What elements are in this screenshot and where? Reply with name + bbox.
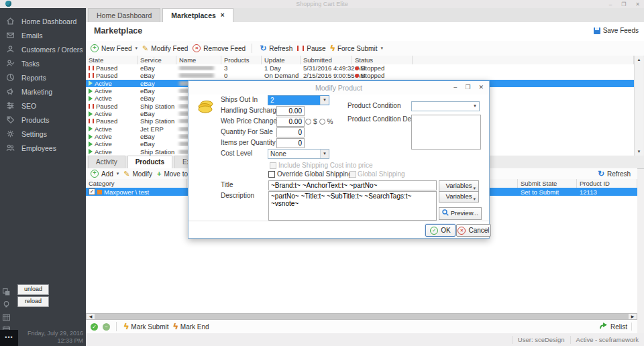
override-global-shipping-checkbox[interactable] <box>268 171 275 178</box>
quantity-for-sale-field[interactable] <box>276 127 305 137</box>
cancel-button[interactable]: × Cancel <box>456 224 491 237</box>
maximize-button[interactable]: ❐ <box>621 1 626 7</box>
title-field[interactable] <box>268 180 437 190</box>
scroll-down-icon[interactable]: ▼ <box>635 148 643 156</box>
tab-home-dashboard[interactable]: Home Dashboard <box>88 8 160 22</box>
feed-row[interactable]: PausedeBay0On Demand2/15/2016 9:00:55 AM… <box>86 72 634 79</box>
sidebar-item-products[interactable]: Products <box>0 113 86 127</box>
web-price-change-field[interactable] <box>276 117 305 127</box>
scroll-up-icon[interactable]: ▲ <box>635 56 643 64</box>
paused-bars-icon <box>89 119 94 123</box>
refresh-icon: ↻ <box>598 170 604 177</box>
column-header-service[interactable]: Service <box>138 56 176 64</box>
refresh-feed-button[interactable]: ↻ Refresh <box>260 45 292 52</box>
remove-feed-button[interactable]: × Remove Feed <box>193 44 246 52</box>
description-variables-button[interactable]: Variables ▾ <box>439 191 479 203</box>
column-header-category[interactable]: Category <box>86 179 186 188</box>
confirm-button[interactable]: ✓ <box>91 323 98 331</box>
ships-out-in-select[interactable]: 2 ▼ <box>268 95 329 105</box>
vertical-scrollbar[interactable]: ▲ ▼ <box>634 56 643 156</box>
column-header-status[interactable]: Status <box>352 56 413 64</box>
column-header-name[interactable]: Name <box>176 56 221 64</box>
column-header-products[interactable]: Products <box>221 56 262 64</box>
category-color-icon <box>97 190 102 194</box>
bulb-icon[interactable] <box>2 300 11 308</box>
product-condition-description-field[interactable] <box>411 115 481 150</box>
check-circle-icon: ✓ <box>91 323 98 331</box>
tab-close-icon[interactable]: × <box>221 9 225 22</box>
sidebar-item-reports[interactable]: Reports <box>0 70 86 84</box>
mark-end-button[interactable]: ϟ Mark End <box>173 323 209 331</box>
minimize-button[interactable]: – <box>609 1 612 7</box>
blurred-name <box>179 66 214 70</box>
abacus-icon[interactable] <box>2 312 11 321</box>
close-button[interactable]: ✕ <box>635 1 640 7</box>
scroll-left-icon[interactable]: ◀ <box>87 314 95 319</box>
chevron-down-icon[interactable]: ▼ <box>471 102 479 111</box>
ok-button[interactable]: ✓ OK <box>425 224 455 237</box>
add-button[interactable]: + Add ▾ <box>91 170 119 178</box>
sidebar-item-tasks[interactable]: Tasks <box>0 56 86 70</box>
column-header-state[interactable]: State <box>86 56 138 64</box>
tab-marketplaces[interactable]: Marketplaces × <box>162 8 233 22</box>
items-per-quantity-field[interactable] <box>276 138 305 148</box>
unload-button[interactable]: unload <box>17 284 49 295</box>
column-header-submit-state[interactable]: Submit State <box>518 179 577 188</box>
refresh-label: Refresh <box>269 45 292 52</box>
dollar-radio[interactable] <box>305 119 311 125</box>
dialog-maximize-button[interactable]: ❐ <box>465 84 470 91</box>
update-interval-cell: 1 Day <box>262 64 301 72</box>
pencil-icon: ✎ <box>142 45 148 52</box>
sidebar-item-home-dashboard[interactable]: Home Dashboard <box>0 14 86 28</box>
preview-button[interactable]: Preview... <box>439 207 482 220</box>
force-submit-button[interactable]: ϟ Force Submit ▾ <box>331 45 383 52</box>
plus-circle-icon: + <box>91 44 99 52</box>
tab-activity[interactable]: Activity <box>88 156 125 168</box>
layers-icon[interactable] <box>2 287 11 296</box>
modify-button[interactable]: ✎ Modify <box>123 170 152 178</box>
page-title: Marketplace <box>94 26 142 36</box>
state-cell: Active <box>86 140 138 148</box>
pause-feed-button[interactable]: Pause <box>297 45 325 52</box>
sidebar-item-employees[interactable]: Employees <box>0 141 86 155</box>
column-header-product-id[interactable]: Product ID <box>577 179 637 188</box>
product-condition-select[interactable]: ▼ <box>411 101 480 111</box>
handling-surcharge-field[interactable] <box>276 106 305 116</box>
scroll-right-icon[interactable]: ▶ <box>629 314 637 319</box>
feed-row[interactable]: PausedeBay31 Day5/31/2016 4:49:32 AMStop… <box>86 64 634 72</box>
sidebar: Home DashboardEmailsCustomers / OrdersTa… <box>0 8 86 346</box>
chevron-down-icon: ▾ <box>117 171 119 176</box>
percent-radio[interactable] <box>319 119 325 125</box>
chevron-down-icon[interactable]: ▼ <box>320 150 329 158</box>
chevron-down-icon[interactable]: ▼ <box>320 96 329 105</box>
include-shipping-checkbox <box>270 162 276 169</box>
title-label: Title <box>221 180 233 190</box>
title-variables-button[interactable]: Variables ▾ <box>439 180 479 192</box>
products-refresh-button[interactable]: ↻ Refresh <box>598 170 631 178</box>
description-field[interactable] <box>268 191 437 221</box>
column-header-update-interval[interactable]: Update Interval <box>262 56 301 64</box>
percent-radio-label: % <box>327 117 333 127</box>
sidebar-item-marketing[interactable]: Marketing <box>0 84 86 99</box>
sidebar-item-emails[interactable]: Emails <box>0 28 86 42</box>
cost-level-select[interactable]: None ▼ <box>268 149 329 159</box>
reload-button[interactable]: reload <box>17 296 49 307</box>
sidebar-item-settings[interactable]: Settings <box>0 127 86 141</box>
paused-bars-icon <box>89 73 94 78</box>
dialog-close-button[interactable]: ✕ <box>478 84 484 91</box>
row-checkbox[interactable]: ✓ <box>89 188 95 195</box>
new-feed-button[interactable]: + New Feed ▾ <box>91 44 138 52</box>
column-header-submitted[interactable]: Submitted <box>301 56 352 64</box>
tab-products[interactable]: Products <box>127 156 172 168</box>
stop-button[interactable]: − <box>103 323 110 331</box>
sidebar-more-button[interactable]: ••• <box>0 330 18 346</box>
relist-button[interactable]: Relist <box>600 323 632 331</box>
dialog-minimize-button[interactable]: – <box>453 84 457 91</box>
modify-feed-button[interactable]: ✎ Modify Feed <box>142 45 188 52</box>
sidebar-item-label: Home Dashboard <box>21 17 76 25</box>
sidebar-item-customers-orders[interactable]: Customers / Orders <box>0 42 86 56</box>
horizontal-scrollbar[interactable]: ◀ ▶ <box>86 313 637 320</box>
mark-submit-button[interactable]: ϟ Mark Submit <box>124 323 168 331</box>
sidebar-item-seo[interactable]: SEO <box>0 99 86 113</box>
save-feeds-button[interactable]: Save Feeds <box>594 27 639 34</box>
